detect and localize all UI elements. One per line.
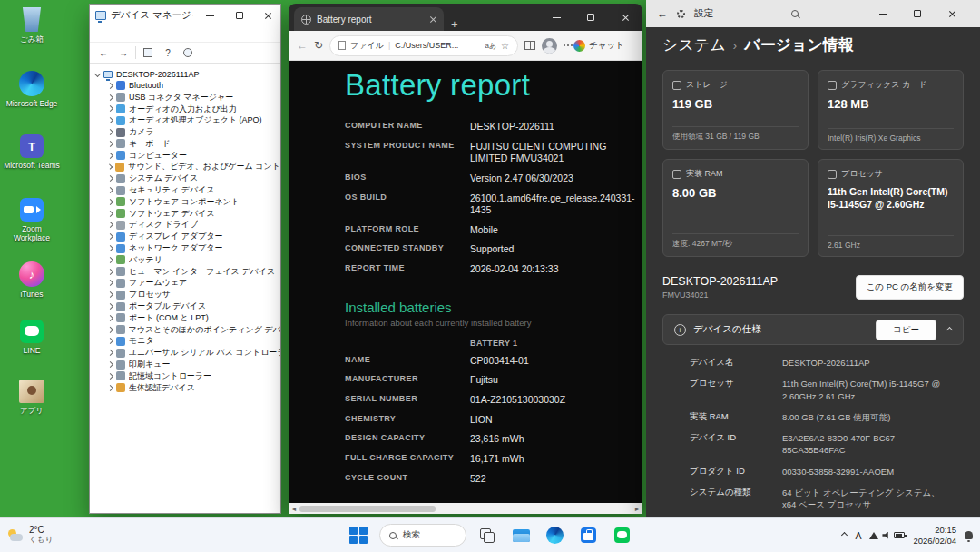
device-tree-item[interactable]: モニター — [90, 336, 280, 348]
menu-item[interactable] — [93, 33, 103, 36]
device-tree-item[interactable]: USB コネクタ マネージャー — [90, 92, 280, 104]
taskbar-search[interactable]: 検索 — [379, 524, 466, 547]
chat-button[interactable]: チャット — [573, 40, 624, 52]
device-tree-item[interactable]: ファームウェア — [90, 278, 280, 290]
close-button[interactable] — [935, 0, 969, 27]
back-icon[interactable]: ← — [95, 44, 112, 61]
device-tree-item[interactable]: プロセッサ — [90, 289, 280, 301]
device-tree-item[interactable]: セキュリティ デバイス — [90, 184, 280, 196]
device-tree-item[interactable]: ディスプレイ アダプター — [90, 231, 280, 242]
notification-bell-icon[interactable] — [965, 531, 973, 539]
expand-icon[interactable] — [107, 164, 113, 171]
clock[interactable]: 20:15 2026/02/04 — [913, 525, 956, 547]
device-spec-header[interactable]: i デバイスの仕様 コピー — [662, 314, 964, 345]
edge-button[interactable] — [542, 523, 567, 548]
translate-icon[interactable]: aあ — [485, 41, 496, 51]
search-icon[interactable] — [791, 10, 799, 17]
menu-item[interactable] — [104, 33, 113, 36]
expand-icon[interactable] — [107, 315, 113, 321]
device-tree-item[interactable]: オーディオ処理オブジェクト (APO) — [90, 114, 280, 126]
device-tree-item[interactable]: 生体認証デバイス — [90, 382, 280, 394]
close-button[interactable] — [608, 4, 642, 31]
expand-icon[interactable] — [107, 175, 113, 182]
minimize-button[interactable] — [198, 5, 222, 26]
maximize-button[interactable] — [573, 4, 608, 31]
expand-icon[interactable] — [107, 141, 113, 147]
breadcrumb-system[interactable]: システム — [662, 34, 726, 55]
device-tree-item[interactable]: ユニバーサル シリアル バス コントローラー — [90, 347, 280, 359]
device-tree-item[interactable]: カメラ — [90, 126, 280, 138]
task-view-button[interactable] — [475, 523, 500, 548]
scroll-right-icon[interactable]: ► — [632, 506, 642, 512]
quick-settings[interactable] — [869, 532, 905, 539]
settings-titlebar[interactable]: ← 設定 — [646, 0, 980, 27]
store-button[interactable] — [575, 523, 601, 548]
expand-icon[interactable] — [107, 280, 113, 286]
refresh-icon[interactable]: ↻ — [314, 39, 323, 52]
expand-icon[interactable] — [107, 222, 113, 228]
expand-icon[interactable] — [107, 83, 113, 89]
maximize-button[interactable] — [227, 5, 251, 26]
expand-icon[interactable] — [107, 117, 113, 123]
expand-icon[interactable] — [107, 385, 113, 391]
expand-icon[interactable] — [107, 373, 113, 380]
profile-avatar[interactable] — [542, 38, 557, 54]
horizontal-scrollbar[interactable]: ◄ ► — [289, 503, 642, 514]
device-tree-item[interactable]: ディスク ドライブ — [90, 220, 280, 232]
expand-icon[interactable] — [107, 129, 113, 135]
expand-icon[interactable] — [107, 361, 113, 368]
minimize-button[interactable] — [539, 4, 573, 31]
device-tree-item[interactable]: ポータブル デバイス — [90, 301, 280, 312]
device-tree-item[interactable]: キーボード — [90, 138, 280, 150]
scroll-left-icon[interactable]: ◄ — [289, 506, 299, 512]
device-tree-item[interactable]: Bluetooth — [90, 80, 280, 92]
menu-item[interactable] — [126, 33, 135, 36]
expand-icon[interactable] — [107, 350, 113, 356]
split-screen-icon[interactable] — [524, 41, 535, 50]
weather-widget[interactable]: 2°C くもり — [7, 518, 53, 552]
back-icon[interactable]: ← — [657, 7, 668, 20]
desktop-icon-app[interactable]: アプリ — [4, 380, 60, 415]
forward-icon[interactable]: → — [115, 44, 132, 61]
expand-icon[interactable] — [107, 105, 113, 112]
expand-icon[interactable] — [107, 257, 113, 263]
device-manager-titlebar[interactable]: デバイス マネージャー — [90, 5, 280, 26]
start-button[interactable] — [346, 523, 371, 548]
expand-icon[interactable] — [107, 153, 113, 159]
file-explorer-button[interactable] — [508, 523, 534, 548]
copy-button[interactable]: コピー — [876, 320, 936, 340]
device-tree-item[interactable]: ポート (COM と LPT) — [90, 312, 280, 324]
address-bar[interactable]: ファイル | C:/Users/USER... aあ ☆ — [329, 35, 518, 56]
desktop-icon-recycle-bin[interactable]: ごみ箱 — [4, 7, 60, 44]
expand-icon[interactable] — [107, 303, 113, 310]
expand-icon[interactable] — [107, 199, 113, 205]
expand-icon[interactable] — [107, 291, 113, 298]
expand-icon[interactable] — [107, 233, 113, 240]
desktop-icon-line[interactable]: LINE — [4, 320, 60, 355]
chevron-up-icon[interactable] — [946, 326, 953, 332]
device-tree-item[interactable]: バッテリ — [90, 254, 280, 266]
expand-icon[interactable] — [107, 94, 113, 101]
device-tree-item[interactable]: ヒューマン インターフェイス デバイス — [90, 266, 280, 278]
tab-close-icon[interactable] — [429, 15, 436, 23]
device-tree-item[interactable]: オーディオの入力および出力 — [90, 104, 280, 115]
device-tree-item[interactable]: ソフトウェア コンポーネント — [90, 196, 280, 208]
desktop-icon-itunes[interactable]: ♪ iTunes — [4, 261, 60, 299]
device-tree-item[interactable]: 記憶域コントローラー — [90, 370, 280, 382]
ime-indicator[interactable]: A — [855, 530, 861, 541]
expand-icon[interactable] — [107, 187, 113, 193]
close-button[interactable] — [256, 5, 280, 26]
collapse-icon[interactable] — [94, 71, 101, 77]
browser-tab[interactable]: Battery report — [294, 7, 444, 31]
device-tree-item[interactable]: 印刷キュー — [90, 359, 280, 370]
scan-hardware-icon[interactable] — [180, 44, 196, 61]
device-tree-item[interactable]: システム デバイス — [90, 172, 280, 184]
maximize-button[interactable] — [900, 0, 935, 27]
desktop-icon-teams[interactable]: T Microsoft Teams — [4, 134, 60, 170]
desktop-icon-zoom[interactable]: Zoom Workplace — [4, 198, 60, 242]
help-icon[interactable]: ? — [160, 44, 176, 61]
expand-icon[interactable] — [107, 327, 113, 333]
expand-icon[interactable] — [107, 211, 113, 217]
scrollbar-thumb[interactable] — [299, 506, 436, 512]
console-window-icon[interactable] — [140, 44, 156, 61]
